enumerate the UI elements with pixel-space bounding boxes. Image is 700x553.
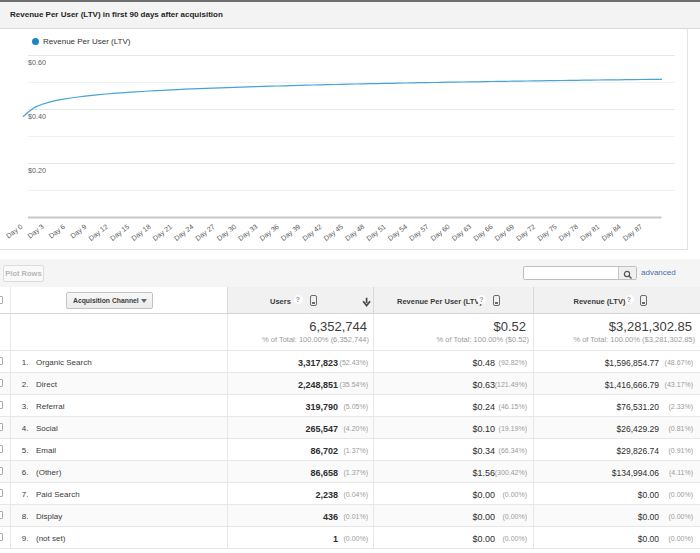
svg-text:Day 72: Day 72 xyxy=(515,223,537,243)
svg-text:Day 9: Day 9 xyxy=(69,223,88,241)
svg-text:Day 78: Day 78 xyxy=(557,223,579,243)
svg-text:Day 45: Day 45 xyxy=(322,223,344,243)
svg-text:Day 81: Day 81 xyxy=(579,223,601,243)
svg-text:Day 84: Day 84 xyxy=(600,223,622,243)
svg-text:Day 30: Day 30 xyxy=(216,223,238,243)
svg-text:Day 63: Day 63 xyxy=(451,223,473,243)
svg-text:Day 6: Day 6 xyxy=(48,223,67,241)
svg-text:Day 69: Day 69 xyxy=(493,223,515,243)
svg-text:Day 54: Day 54 xyxy=(387,223,409,243)
svg-text:Day 0: Day 0 xyxy=(5,223,24,241)
svg-text:Day 3: Day 3 xyxy=(26,223,45,241)
svg-text:Day 27: Day 27 xyxy=(194,223,216,243)
svg-text:Day 51: Day 51 xyxy=(365,223,387,243)
svg-text:Day 33: Day 33 xyxy=(237,223,259,243)
svg-text:$0.20: $0.20 xyxy=(28,166,46,175)
svg-text:Day 39: Day 39 xyxy=(280,223,302,243)
svg-text:Day 57: Day 57 xyxy=(408,223,430,243)
svg-text:Day 12: Day 12 xyxy=(87,223,109,243)
svg-text:Day 15: Day 15 xyxy=(109,223,131,243)
svg-text:$0.40: $0.40 xyxy=(28,112,46,121)
svg-text:Day 66: Day 66 xyxy=(472,223,494,243)
svg-text:Day 18: Day 18 xyxy=(130,223,152,243)
svg-text:Day 24: Day 24 xyxy=(173,223,195,243)
svg-text:Day 87: Day 87 xyxy=(622,223,644,243)
svg-text:Day 60: Day 60 xyxy=(429,223,451,243)
svg-text:Day 75: Day 75 xyxy=(536,223,558,243)
svg-text:Day 42: Day 42 xyxy=(301,223,323,243)
svg-text:$0.60: $0.60 xyxy=(28,58,46,67)
svg-text:Day 48: Day 48 xyxy=(344,223,366,243)
svg-text:Day 36: Day 36 xyxy=(258,223,280,243)
svg-text:Day 21: Day 21 xyxy=(151,223,173,243)
